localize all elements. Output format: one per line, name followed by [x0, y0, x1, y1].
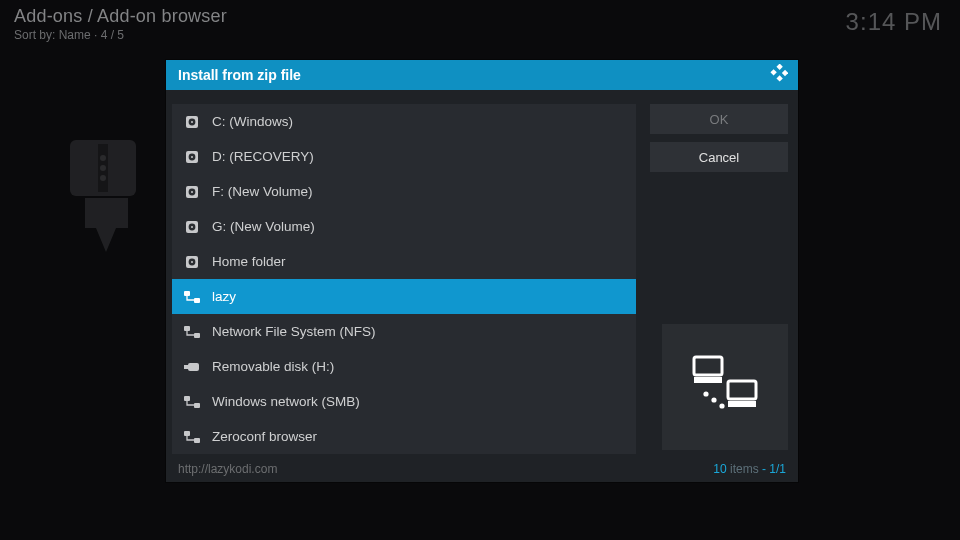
svg-rect-6 — [770, 69, 776, 75]
file-row-label: Home folder — [212, 254, 286, 269]
dialog-right-column: OK Cancel — [650, 104, 788, 454]
file-row[interactable]: C: (Windows) — [172, 104, 636, 139]
clock: 3:14 PM — [846, 8, 942, 36]
file-list[interactable]: C: (Windows)D: (RECOVERY)F: (New Volume)… — [172, 104, 636, 454]
svg-rect-35 — [694, 377, 722, 383]
file-row-label: D: (RECOVERY) — [212, 149, 314, 164]
svg-point-3 — [100, 165, 106, 171]
file-row[interactable]: lazy — [172, 279, 636, 314]
footer-count: 10 items - 1/1 — [713, 462, 786, 476]
svg-rect-34 — [694, 357, 722, 375]
file-row-label: Network File System (NFS) — [212, 324, 376, 339]
svg-point-39 — [711, 397, 716, 402]
cancel-button[interactable]: Cancel — [650, 142, 788, 172]
install-zip-dialog: Install from zip file C: (Windows)D: (RE… — [166, 60, 798, 482]
drive-icon — [184, 114, 200, 130]
svg-rect-28 — [184, 365, 188, 369]
svg-rect-30 — [184, 396, 190, 401]
file-row[interactable]: Home folder — [172, 244, 636, 279]
svg-point-14 — [191, 156, 193, 158]
file-row-label: lazy — [212, 289, 236, 304]
drive-icon — [184, 219, 200, 235]
drive-icon — [184, 254, 200, 270]
file-row[interactable]: F: (New Volume) — [172, 174, 636, 209]
svg-rect-29 — [188, 363, 199, 371]
svg-rect-31 — [194, 403, 200, 408]
file-row-label: Removable disk (H:) — [212, 359, 334, 374]
file-row[interactable]: Network File System (NFS) — [172, 314, 636, 349]
svg-rect-8 — [776, 75, 782, 81]
drive-icon — [184, 184, 200, 200]
file-row[interactable]: D: (RECOVERY) — [172, 139, 636, 174]
net-icon — [184, 324, 200, 340]
dialog-title: Install from zip file — [178, 67, 301, 83]
footer-path: http://lazykodi.com — [178, 462, 277, 476]
svg-rect-37 — [728, 401, 756, 407]
file-row[interactable]: G: (New Volume) — [172, 209, 636, 244]
file-row-label: C: (Windows) — [212, 114, 293, 129]
file-row-label: Zeroconf browser — [212, 429, 317, 444]
file-row-label: G: (New Volume) — [212, 219, 315, 234]
file-row[interactable]: Windows network (SMB) — [172, 384, 636, 419]
zip-background-icon — [70, 140, 170, 260]
svg-rect-26 — [184, 326, 190, 331]
net-icon — [184, 289, 200, 305]
svg-point-40 — [719, 403, 724, 408]
svg-rect-32 — [184, 431, 190, 436]
svg-point-4 — [100, 175, 106, 181]
sort-by-text: Sort by: Name · 4 / 5 — [14, 28, 227, 42]
net-icon — [184, 394, 200, 410]
file-row-label: Windows network (SMB) — [212, 394, 360, 409]
svg-point-11 — [191, 121, 193, 123]
svg-rect-7 — [782, 70, 788, 76]
network-preview-icon — [662, 324, 788, 450]
svg-rect-27 — [194, 333, 200, 338]
svg-point-17 — [191, 191, 193, 193]
svg-point-2 — [100, 155, 106, 161]
svg-point-38 — [703, 391, 708, 396]
svg-rect-33 — [194, 438, 200, 443]
dialog-body: C: (Windows)D: (RECOVERY)F: (New Volume)… — [166, 90, 798, 460]
ok-button[interactable]: OK — [650, 104, 788, 134]
header: Add-ons / Add-on browser Sort by: Name ·… — [14, 6, 227, 42]
drive-icon — [184, 149, 200, 165]
dialog-titlebar: Install from zip file — [166, 60, 798, 90]
svg-rect-5 — [776, 64, 782, 70]
svg-rect-24 — [184, 291, 190, 296]
file-row-label: F: (New Volume) — [212, 184, 313, 199]
breadcrumb: Add-ons / Add-on browser — [14, 6, 227, 27]
file-row[interactable]: Removable disk (H:) — [172, 349, 636, 384]
svg-rect-36 — [728, 381, 756, 399]
svg-rect-25 — [194, 298, 200, 303]
svg-point-20 — [191, 226, 193, 228]
net-icon — [184, 429, 200, 445]
svg-point-23 — [191, 261, 193, 263]
file-row[interactable]: Zeroconf browser — [172, 419, 636, 454]
dialog-footer: http://lazykodi.com 10 items - 1/1 — [166, 460, 798, 482]
kodi-logo-icon — [770, 64, 788, 86]
usb-icon — [184, 359, 200, 375]
